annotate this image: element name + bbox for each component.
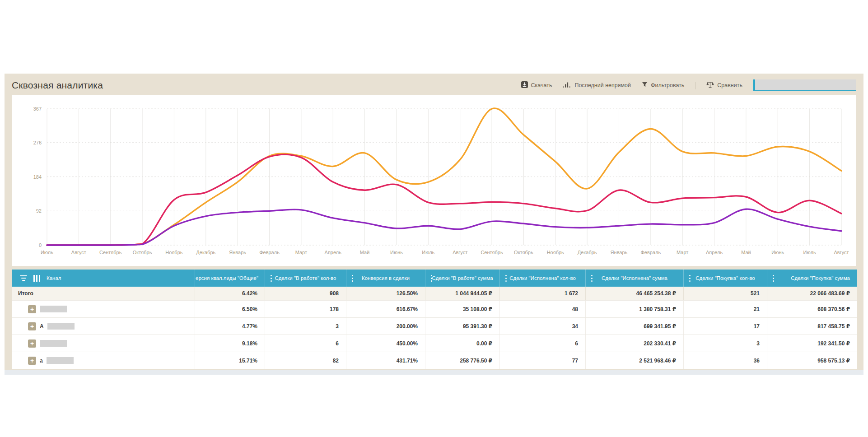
x-axis-label: Август xyxy=(834,250,849,255)
chart-line-series-2-crimson xyxy=(47,154,841,245)
cell-deals_in_progress_count: 6 xyxy=(265,335,346,352)
x-axis-label: Февраль xyxy=(259,250,280,255)
analytics-panel: Сквозная аналитика Скачать Последний неп… xyxy=(5,74,863,375)
x-axis-label: Декабрь xyxy=(196,250,215,255)
cell-deals_done_count: 77 xyxy=(499,352,585,369)
cell-deals_done_sum: 2 521 968.46 ₽ xyxy=(585,352,683,369)
filter-button[interactable]: Фильтровать xyxy=(642,82,684,89)
x-axis-label: Октябрь xyxy=(133,250,152,255)
column-header-deals_purchase_count[interactable]: Сделки "Покупка" кол-во xyxy=(683,270,767,287)
column-header-deals_done_count[interactable]: Сделки "Исполнена" кол-во xyxy=(499,270,585,287)
column-menu-icon[interactable] xyxy=(590,273,593,283)
column-label: ерсия квал.лиды "Общие" xyxy=(196,275,258,281)
column-header-qual_leads_conversion[interactable]: ерсия квал.лиды "Общие" xyxy=(195,270,265,287)
column-menu-icon[interactable] xyxy=(772,273,775,283)
cell-qual_leads_conversion: 15.71% xyxy=(195,352,265,369)
chart-card: ИюльАвгустСентябрьОктябрьНоябрьДекабрьЯн… xyxy=(12,95,856,266)
columns-icon[interactable] xyxy=(33,275,40,282)
cell-deals_conversion: 126.50% xyxy=(346,287,425,300)
cell-deals_done_count: 34 xyxy=(499,318,585,335)
x-axis-label: Февраль xyxy=(640,250,661,255)
expand-row-button[interactable]: + xyxy=(28,357,36,365)
cell-deals_in_progress_count: 178 xyxy=(265,301,346,317)
x-axis-label: Сентябрь xyxy=(481,250,503,255)
screen: Сквозная аналитика Скачать Последний неп… xyxy=(0,0,868,437)
column-header-deals_in_progress_count[interactable]: Сделки "В работе" кол-во xyxy=(265,270,346,287)
cell-deals_purchase_count: 21 xyxy=(683,301,767,317)
x-axis-label: Апрель xyxy=(706,250,723,255)
compare-button[interactable]: Сравнить xyxy=(706,81,742,89)
channel-row: +6.50%178616.67%35 108.00 ₽481 380 758.3… xyxy=(12,300,857,317)
cell-deals_conversion: 616.67% xyxy=(346,301,425,317)
y-axis-label: 92 xyxy=(36,208,42,214)
table-header-row: Каналерсия квал.лиды "Общие"Сделки "В ра… xyxy=(12,270,857,287)
toolbar-divider xyxy=(695,82,695,89)
cell-deals_in_progress_sum: 0.00 ₽ xyxy=(425,335,499,352)
channel-row: +9.18%6450.00%0.00 ₽6202 330.41 ₽3192 34… xyxy=(12,335,857,352)
column-label: Сделки "Покупка" сумма xyxy=(791,275,850,281)
redacted-channel-name xyxy=(40,340,67,347)
x-axis-label: Апрель xyxy=(325,250,342,255)
download-label: Скачать xyxy=(531,82,552,88)
x-axis-label: Август xyxy=(453,250,467,255)
column-label: Сделки "Исполнена" кол-во xyxy=(509,275,576,281)
x-axis-label: Май xyxy=(741,250,751,255)
cell-deals_purchase_sum: 817 458.75 ₽ xyxy=(767,318,857,335)
channel-row: +а15.71%82431.71%258 776.50 ₽772 521 968… xyxy=(12,352,857,369)
cell-deals_done_count: 48 xyxy=(499,301,585,317)
column-label: Сделки "В работе" кол-во xyxy=(275,275,336,281)
cell-deals_purchase_count: 36 xyxy=(683,352,767,369)
column-header-deals_done_sum[interactable]: Сделки "Исполнена" сумма xyxy=(585,270,683,287)
funnel-icon xyxy=(642,82,648,89)
channel-name-fragment: а xyxy=(40,358,43,364)
x-axis-label: Октябрь xyxy=(514,250,533,255)
cell-qual_leads_conversion: 4.77% xyxy=(195,318,265,335)
x-axis-label: Март xyxy=(295,250,307,255)
column-menu-icon[interactable] xyxy=(270,273,273,283)
column-header-deals_conversion[interactable]: Конверсия в сделки xyxy=(346,270,425,287)
x-axis-label: Сентябрь xyxy=(99,250,122,255)
chart-line-series-1-orange xyxy=(47,108,841,245)
y-axis-label: 184 xyxy=(33,174,42,180)
cell-deals_done_sum: 202 330.41 ₽ xyxy=(585,335,683,352)
expand-row-button[interactable]: + xyxy=(28,339,36,348)
column-menu-icon[interactable] xyxy=(430,273,433,283)
channels-table: Каналерсия квал.лиды "Общие"Сделки "В ра… xyxy=(12,270,857,369)
column-header-deals_in_progress_sum[interactable]: Сделки "В работе" сумма xyxy=(425,270,499,287)
column-label: Сделки "Исполнена" сумма xyxy=(602,275,667,281)
x-axis-label: Май xyxy=(360,250,370,255)
column-header-deals_purchase_sum[interactable]: Сделки "Покупка" сумма xyxy=(767,270,857,287)
table-filter-icon[interactable] xyxy=(20,274,27,282)
column-menu-icon[interactable] xyxy=(351,273,354,283)
download-button[interactable]: Скачать xyxy=(521,81,552,89)
redacted-channel-name xyxy=(47,323,75,330)
x-axis-label: Июль xyxy=(41,250,53,255)
cell-deals_done_sum: 699 341.95 ₽ xyxy=(585,318,683,335)
x-axis-label: Январь xyxy=(611,250,628,255)
y-axis-label: 0 xyxy=(39,242,42,248)
cell-deals_purchase_count: 17 xyxy=(683,318,767,335)
cell-qual_leads_conversion: 9.18% xyxy=(195,335,265,352)
attribution-model-button[interactable]: Последний непрямой xyxy=(563,82,631,89)
cell-deals_purchase_sum: 608 370.56 ₽ xyxy=(767,301,857,317)
x-axis-label: Август xyxy=(71,250,86,255)
horizontal-scrollbar-track[interactable] xyxy=(5,370,863,375)
expand-row-button[interactable]: + xyxy=(28,322,36,330)
x-axis-label: Июль xyxy=(803,250,816,255)
date-range-control-redacted[interactable] xyxy=(753,79,856,91)
cell-deals_purchase_sum: 22 066 483.69 ₽ xyxy=(767,287,857,300)
column-header-channel[interactable]: Канал xyxy=(12,270,195,287)
x-axis-label: Июнь xyxy=(771,250,784,255)
analytics-line-chart: ИюльАвгустСентябрьОктябрьНоябрьДекабрьЯн… xyxy=(12,95,856,266)
cell-deals_done_sum: 46 465 254.38 ₽ xyxy=(585,287,683,300)
column-menu-icon[interactable] xyxy=(504,273,508,283)
cell-deals_purchase_count: 3 xyxy=(683,335,767,352)
cell-deals_in_progress_sum: 35 108.00 ₽ xyxy=(425,301,499,317)
cell-qual_leads_conversion: 6.50% xyxy=(195,301,265,317)
column-label: Сделки "В работе" сумма xyxy=(432,275,493,281)
column-label: Сделки "Покупка" кол-во xyxy=(695,275,755,281)
redacted-channel-name xyxy=(47,357,74,364)
column-menu-icon[interactable] xyxy=(688,273,691,283)
expand-row-button[interactable]: + xyxy=(28,305,36,313)
cell-deals_done_count: 1 672 xyxy=(499,287,585,300)
